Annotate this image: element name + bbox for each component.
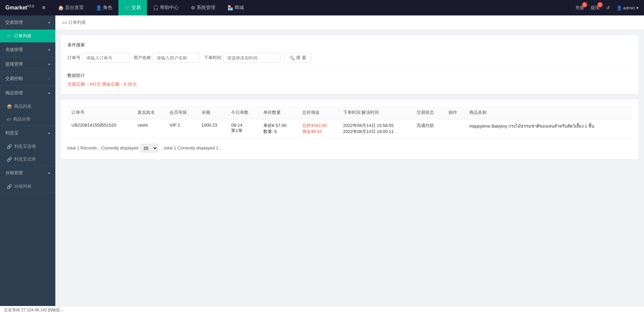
sidebar-section-trade-ctrl-header[interactable]: 交易控制 › xyxy=(0,72,55,86)
role-icon: 👤 xyxy=(96,5,102,10)
menu-toggle-icon[interactable]: ≡ xyxy=(42,5,45,11)
search-icon: 🔍 xyxy=(289,55,295,60)
help-icon: 🎧 xyxy=(153,5,159,10)
sidebar-item-order-list[interactable]: 🛒 订单列表 xyxy=(0,30,55,42)
nav-help[interactable]: 🎧 帮助中心 xyxy=(147,0,185,15)
col-times: 下单时间 解冻时间 xyxy=(339,106,413,119)
order-no-input[interactable] xyxy=(83,53,129,63)
sidebar-section-product: 商品管理 ▾ 📦 商品列表 🏷 商品分类 xyxy=(0,86,55,126)
sidebar-section-trade-ctrl: 交易控制 › xyxy=(0,72,55,86)
cell-today-orders: 08-14 第1单 xyxy=(227,119,259,138)
col-balance: 余额 xyxy=(198,106,227,119)
cell-balance: 1000.23 xyxy=(198,119,227,138)
sidebar-section-trade: 交易管理 ▾ 🛒 订单列表 xyxy=(0,15,55,43)
withdraw-button[interactable]: 提现 0 xyxy=(591,5,599,11)
sidebar-item-lixibao-options[interactable]: 🔗 利息宝选项 xyxy=(0,140,55,153)
recharge-button[interactable]: 充值 0 xyxy=(575,5,584,11)
username-input[interactable] xyxy=(153,53,200,63)
search-form: 订单号 用户名称 下单时间 🔍 搜 索 xyxy=(67,53,632,63)
trade-icon: 🛒 xyxy=(124,5,130,10)
nav-home[interactable]: 🏠 后台首页 xyxy=(52,0,90,15)
sidebar-item-group-list[interactable]: 🔗 分组列表 xyxy=(0,180,55,193)
chevron-down-icon: ▾ xyxy=(48,21,50,25)
breadcrumb-arrow: >> xyxy=(62,20,67,25)
col-product-name: 商品名称 xyxy=(465,106,632,119)
sidebar-section-recharge-header[interactable]: 充值管理 ▾ xyxy=(0,43,55,57)
orders-table: 订单号 真实姓名 会员等级 余额 今日单数 单价数量 总价佣金 下单时间 解冻时… xyxy=(67,106,632,138)
sidebar-section-group-header[interactable]: 分组管理 ▾ xyxy=(0,166,55,180)
chevron-down-icon: ▾ xyxy=(48,48,50,52)
table-header-row: 订单号 真实姓名 会员等级 余额 今日单数 单价数量 总价佣金 下单时间 解冻时… xyxy=(67,106,632,119)
top-navbar: GmarketV3.0 ≡ 🏠 后台首页 👤 角色 🛒 交易 🎧 帮助中心 ⚙ … xyxy=(0,0,644,15)
col-unit-qty: 单价数量 xyxy=(259,106,299,119)
col-today-orders: 今日单数 xyxy=(227,106,259,119)
link-icon: 🔗 xyxy=(7,144,12,149)
cell-order-no: UB2208141558551520 xyxy=(67,119,133,138)
col-order-no: 订单号 xyxy=(67,106,133,119)
search-button[interactable]: 🔍 搜 索 xyxy=(284,53,311,63)
sidebar-section-withdraw-header[interactable]: 提现管理 ▾ xyxy=(0,57,55,71)
cell-times: 2022年08月14日 15:58:55 2022年08月14日 16:00:1… xyxy=(339,119,413,138)
pagination-total-text: total 1 Records，Currently displayed xyxy=(67,145,139,151)
sidebar-section-withdraw: 提现管理 ▾ xyxy=(0,57,55,72)
sidebar-section-product-header[interactable]: 商品管理 ▾ xyxy=(0,86,55,100)
cell-unit-qty: 单价¥ 57.00 数量: 6 xyxy=(259,119,299,138)
sidebar-section-lixibao-header[interactable]: 利息宝 ▾ xyxy=(0,126,55,140)
stats-text: 交易总额：342元 佣金总额：8.55元 xyxy=(67,81,632,87)
table-card: 订单号 真实姓名 会员等级 余额 今日单数 单价数量 总价佣金 下单时间 解冻时… xyxy=(61,99,639,159)
stats-section-title: 数据统计 xyxy=(67,73,632,79)
sidebar: 交易管理 ▾ 🛒 订单列表 充值管理 ▾ 提现管理 ▾ 交易控 xyxy=(0,15,55,306)
pagination-suffix: ，total 1 Currently displayed 1 。 xyxy=(160,145,224,151)
sidebar-section-lixibao: 利息宝 ▾ 🔗 利息宝选项 🔗 利息宝记录 xyxy=(0,126,55,166)
category-icon: 🏷 xyxy=(7,117,11,122)
breadcrumb-text: 订单列表 xyxy=(68,19,86,26)
page-content: 条件搜索 订单号 用户名称 下单时间 🔍 xyxy=(55,30,644,170)
chevron-down-icon: ▾ xyxy=(48,171,50,175)
col-real-name: 真实姓名 xyxy=(133,106,165,119)
order-no-label: 订单号 xyxy=(67,55,80,61)
col-total-commission: 总价佣金 xyxy=(298,106,339,119)
sidebar-section-trade-header[interactable]: 交易管理 ▾ xyxy=(0,15,55,30)
link-icon: 🔗 xyxy=(7,184,12,189)
nav-system[interactable]: ⚙ 系统管理 xyxy=(185,0,221,15)
top-right-actions: 充值 0 提现 0 ↺ 👤 admin ▾ xyxy=(575,5,639,11)
cell-total-commission: 总价¥342.00 佣金¥8.55 xyxy=(298,119,339,138)
cell-status: 完成付款 xyxy=(413,119,444,138)
breadcrumb: >> 订单列表 xyxy=(55,15,644,30)
sidebar-item-product-category[interactable]: 🏷 商品分类 xyxy=(0,113,55,126)
time-input[interactable] xyxy=(223,53,280,63)
nav-trade[interactable]: 🛒 交易 xyxy=(118,0,147,15)
cell-product-name: Happytime Babytoy กรงไม้ธรรมชาติของเล่นส… xyxy=(465,119,632,138)
refresh-button[interactable]: ↺ xyxy=(606,5,610,10)
app-logo: GmarketV3.0 xyxy=(5,4,34,11)
nav-shop[interactable]: 🏪 商城 xyxy=(221,0,250,15)
cell-vip-level: VIP 1 xyxy=(165,119,197,138)
nav-role[interactable]: 👤 角色 xyxy=(90,0,118,15)
pagination-size-select[interactable]: 20 10 50 100 xyxy=(141,144,158,152)
status-text: 正在等待 27.124.46.142 的响应... xyxy=(4,307,63,313)
sidebar-section-group: 分组管理 ▾ 🔗 分组列表 xyxy=(0,166,55,193)
search-section-title: 条件搜索 xyxy=(67,42,632,48)
username-label: 用户名称 xyxy=(133,55,151,61)
table-row: UB2208141558551520 ceshi VIP 1 1000.23 0… xyxy=(67,119,632,138)
product-icon: 📦 xyxy=(7,104,12,109)
username-group: 用户名称 xyxy=(133,53,200,63)
sidebar-item-product-list[interactable]: 📦 商品列表 xyxy=(0,100,55,113)
order-no-group: 订单号 xyxy=(67,53,129,63)
admin-menu[interactable]: 👤 admin ▾ xyxy=(616,5,639,10)
refresh-icon: ↺ xyxy=(606,5,610,10)
admin-icon: 👤 xyxy=(616,5,622,10)
nav-menu: 🏠 后台首页 👤 角色 🛒 交易 🎧 帮助中心 ⚙ 系统管理 🏪 商城 xyxy=(52,0,575,15)
col-status: 交易状态 xyxy=(413,106,444,119)
col-operation: 操作 xyxy=(444,106,466,119)
status-bar: 正在等待 27.124.46.142 的响应... xyxy=(0,306,644,314)
admin-chevron-icon: ▾ xyxy=(636,5,639,10)
cell-time1: 2022年08月14日 15:58:55 xyxy=(343,123,409,129)
time-label: 下单时间 xyxy=(204,55,221,61)
search-card: 条件搜索 订单号 用户名称 下单时间 🔍 xyxy=(61,35,639,94)
time-group: 下单时间 xyxy=(204,53,280,63)
cell-operation xyxy=(444,119,466,138)
chevron-down-icon: ▾ xyxy=(48,131,50,135)
content-area: >> 订单列表 条件搜索 订单号 用户名称 下单时间 xyxy=(55,15,644,306)
sidebar-item-lixibao-records[interactable]: 🔗 利息宝记录 xyxy=(0,153,55,166)
